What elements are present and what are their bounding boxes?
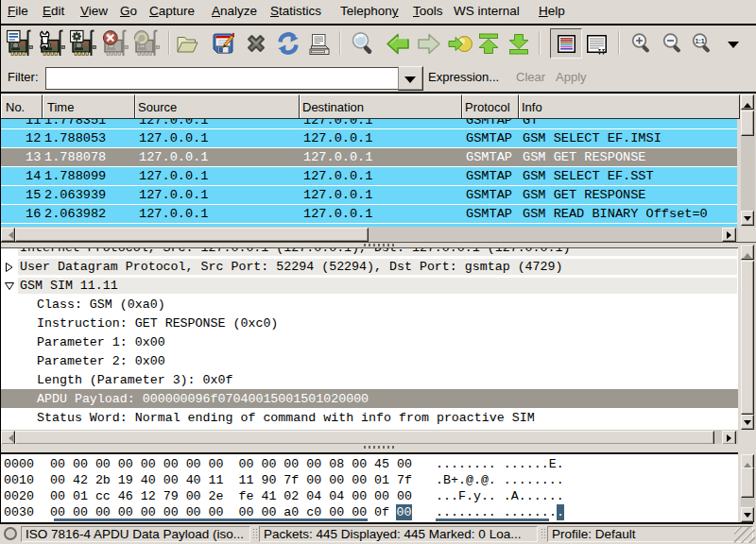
svg-text:1:1: 1:1 bbox=[695, 38, 704, 44]
